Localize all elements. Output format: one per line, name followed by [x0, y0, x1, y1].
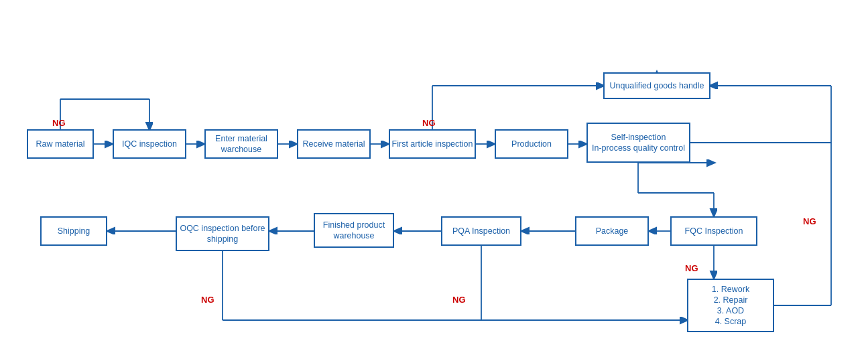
- oqc-inspection-box: OQC inspection beforeshipping: [176, 216, 269, 251]
- flowchart: NG NG NG NG NG NG Raw materialIQC inspec…: [0, 19, 868, 340]
- receive-material-box: Receive material: [297, 129, 371, 159]
- ng-label-6: NG: [685, 263, 698, 273]
- iqc-inspection-box: IQC inspection: [113, 129, 186, 159]
- page: NG NG NG NG NG NG Raw materialIQC inspec…: [0, 0, 868, 363]
- ng-label-4: NG: [201, 295, 214, 305]
- ng-label-5: NG: [452, 295, 466, 305]
- shipping-box: Shipping: [40, 216, 107, 246]
- unqualified-box: Unqualified goods handle: [603, 72, 710, 99]
- page-title: [0, 0, 868, 19]
- first-article-box: First article inspection: [389, 129, 476, 159]
- raw-material-box: Raw material: [27, 129, 94, 159]
- production-box: Production: [495, 129, 568, 159]
- self-inspection-box: Self-inspectionIn-process quality contro…: [586, 123, 690, 163]
- ng-label-1: NG: [52, 118, 66, 128]
- finished-product-box: Finished productwarehouse: [314, 213, 394, 248]
- package-box: Package: [575, 216, 649, 246]
- enter-material-box: Enter materialwarchouse: [204, 129, 278, 159]
- fqc-inspection-box: FQC Inspection: [670, 216, 757, 246]
- rework-box: 1. Rework2. Repair3. AOD4. Scrap: [687, 279, 774, 332]
- ng-label-2: NG: [422, 118, 436, 128]
- ng-label-3: NG: [803, 216, 816, 226]
- pqa-inspection-box: PQA Inspection: [441, 216, 521, 246]
